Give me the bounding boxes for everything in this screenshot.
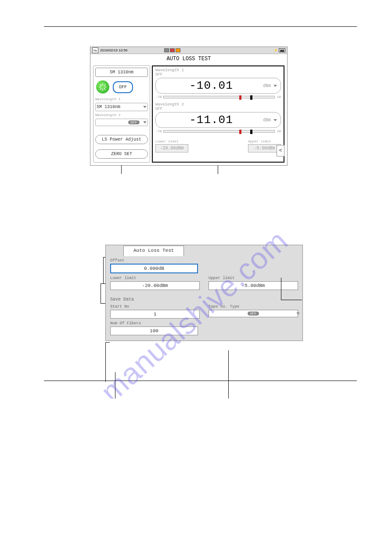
lower-limit-label: Lower limit (110, 276, 200, 280)
wl2-label: Wavelength 2 (155, 102, 281, 107)
scale-max: 10 (277, 95, 281, 99)
left-control-panel: SM 1310nm OFF Wavelength 1 SM 1310nm Wav… (93, 65, 150, 163)
status-icon-2 (170, 48, 175, 52)
wl2-dropdown[interactable]: OFF (95, 119, 148, 126)
tapeno-dropdown[interactable]: OFF (209, 310, 298, 317)
laser-off-button[interactable]: OFF (113, 81, 133, 93)
scale-max-2: 10 (277, 129, 281, 133)
chevron-down-icon (273, 85, 277, 87)
auto-loss-test-tab[interactable]: Auto Loss Test (123, 246, 184, 256)
upper-limit-field[interactable]: -5.00dBm (209, 281, 298, 290)
expand-arrow-button[interactable]: < (277, 145, 284, 156)
wl1-unit-dropdown[interactable]: dBm (263, 83, 277, 88)
lower-limit-field[interactable]: -28.00dBm (110, 281, 200, 290)
chevron-down-icon (143, 121, 147, 123)
startno-label: Start No (110, 305, 200, 309)
upper-limit-label: Upper limit (248, 139, 281, 143)
upper-limit-label: Upper limit (209, 276, 298, 280)
plug-icon: ⚡ (273, 48, 278, 52)
off-badge: OFF (128, 120, 140, 124)
wl1-label: Wavelength 1 (95, 97, 148, 101)
laser-indicator-icon (96, 80, 109, 94)
numfibers-field[interactable]: 100 (110, 326, 198, 335)
wl2-state: OFF (155, 107, 281, 111)
wl2-label: Wavelength 2 (95, 113, 148, 117)
svg-line-4 (100, 84, 101, 86)
device-screenshot: File 2019/02/19 10:59 ⚡ ▮▮▮ AUTO LOSS TE… (90, 47, 288, 166)
file-icon: File (92, 47, 98, 53)
tapeno-label: Tape no. Type (209, 305, 298, 309)
wl1-value: -10.01 (189, 79, 233, 92)
wl2-value: -11.01 (189, 113, 233, 127)
svg-line-5 (104, 88, 105, 90)
scale-min: -70 (155, 95, 162, 99)
scale-bar-1 (163, 96, 275, 98)
chevron-down-icon (296, 312, 300, 315)
chevron-down-icon (273, 119, 277, 121)
wl1-reading: -10.01 dBm (155, 78, 281, 94)
chevron-down-icon (143, 106, 147, 108)
scale-bar-2 (163, 130, 275, 133)
numfibers-label: Num Of Fibers (110, 321, 298, 326)
ls-power-adjust-button[interactable]: LS Power Adjust (95, 135, 148, 144)
svg-line-7 (104, 84, 105, 86)
wl1-label: Wavelength 1 (155, 68, 281, 73)
status-icon-3 (176, 48, 180, 52)
upper-limit-value: -5.00dBm (248, 144, 281, 152)
sm-mode-button[interactable]: SM 1310nm (95, 68, 148, 77)
screen-title: AUTO LOSS TEST (90, 54, 287, 65)
off-badge: OFF (248, 312, 259, 316)
measured-value-panel: Wavelength 1 OFF -10.01 dBm -70 10 (152, 65, 284, 163)
setup-panel: Auto Loss Test Offset 0.000dB Lower limi… (105, 245, 303, 341)
zero-set-button[interactable]: ZERO SET (95, 149, 148, 159)
wl1-dropdown[interactable]: SM 1310nm (95, 103, 148, 111)
status-icon-1 (164, 48, 169, 52)
svg-line-6 (100, 88, 101, 90)
wl2-unit-dropdown[interactable]: dBm (263, 118, 277, 123)
status-bar: File 2019/02/19 10:59 ⚡ ▮▮▮ (90, 47, 287, 54)
startno-field[interactable]: 1 (110, 310, 200, 319)
offset-field[interactable]: 0.000dB (110, 264, 198, 273)
save-data-section: Save Data (110, 297, 298, 302)
battery-icon: ▮▮▮ (279, 48, 285, 52)
lower-limit-value: -28.00dBm (155, 144, 188, 152)
scale-min-2: -70 (155, 129, 162, 133)
wl2-reading: -11.01 dBm (155, 112, 281, 128)
wl1-state: OFF (155, 73, 281, 77)
lower-limit-label: Lower limit (155, 139, 188, 143)
offset-label: Offset (110, 258, 298, 263)
status-datetime: 2019/02/19 10:59 (100, 48, 127, 52)
